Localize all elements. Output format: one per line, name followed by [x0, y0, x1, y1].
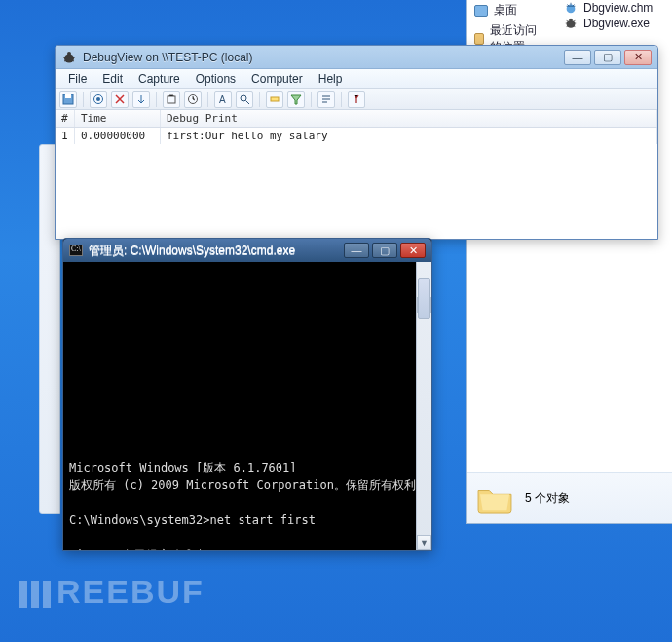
scrollbar[interactable]: ▲ ▼ — [416, 262, 431, 550]
capture-toggle-button[interactable] — [90, 91, 107, 108]
freebuf-watermark: REEBUF — [19, 573, 205, 611]
cmd-icon — [69, 245, 83, 256]
cmd-console[interactable]: Microsoft Windows [版本 6.1.7601] 版权所有 (c)… — [63, 262, 431, 550]
svg-rect-6 — [65, 94, 71, 98]
folder-icon — [476, 483, 513, 514]
svg-rect-9 — [168, 96, 175, 103]
svg-point-2 — [569, 19, 573, 22]
recent-icon — [474, 33, 484, 45]
grid-body[interactable]: 1 0.00000000 first:Our hello my salary — [56, 128, 657, 143]
svg-text:A: A — [219, 94, 226, 105]
scroll-thumb[interactable] — [418, 278, 430, 319]
menu-computer[interactable]: Computer — [244, 70, 310, 88]
scroll-down-button[interactable]: ▼ — [417, 535, 431, 550]
debugview-menubar: File Edit Capture Options Computer Help — [56, 69, 657, 89]
status-text: 5 个对象 — [525, 490, 570, 507]
watermark-text: REEBUF — [56, 573, 205, 610]
nav-item-desktop[interactable]: 桌面 — [467, 0, 552, 20]
separator — [83, 92, 84, 107]
svg-point-4 — [67, 52, 71, 56]
maximize-button[interactable]: ▢ — [372, 243, 397, 258]
chm-icon — [564, 1, 578, 15]
debugview-window: DebugView on \\TEST-PC (local) — ▢ ✕ Fil… — [55, 45, 658, 240]
menu-options[interactable]: Options — [189, 70, 243, 88]
console-line: First 服务已经启动成功。 — [69, 548, 216, 550]
menu-help[interactable]: Help — [312, 70, 350, 88]
file-name: Dbgview.chm — [583, 1, 653, 15]
svg-point-12 — [241, 95, 246, 101]
time-format-button[interactable] — [184, 91, 202, 108]
menu-capture[interactable]: Capture — [131, 70, 187, 88]
find-button[interactable] — [236, 91, 253, 108]
menu-file[interactable]: File — [61, 70, 93, 88]
minimize-button[interactable]: — — [344, 243, 369, 258]
separator — [341, 92, 342, 107]
debugview-app-icon — [61, 50, 77, 65]
console-line: C:\Windows\system32>net start first — [69, 513, 316, 527]
explorer-status-bar: 5 个对象 — [467, 472, 672, 523]
explorer-file-list: Dbgview.chm Dbgview.exe — [564, 0, 653, 31]
save-button[interactable] — [59, 91, 77, 108]
file-item[interactable]: Dbgview.chm — [564, 0, 653, 16]
separator — [207, 92, 208, 107]
menu-edit[interactable]: Edit — [95, 70, 130, 88]
cmd-window: 管理员: C:\Windows\System32\cmd.exe — ▢ ✕ M… — [62, 238, 432, 551]
separator — [311, 92, 312, 107]
nav-label: 桌面 — [494, 2, 517, 19]
desktop-icon — [474, 5, 488, 17]
font-button[interactable]: A — [214, 91, 232, 108]
svg-rect-13 — [271, 97, 279, 101]
separator — [259, 92, 260, 107]
debugview-titlebar[interactable]: DebugView on \\TEST-PC (local) — ▢ ✕ — [56, 46, 657, 69]
close-button[interactable]: ✕ — [400, 243, 426, 258]
debugview-title: DebugView on \\TEST-PC (local) — [83, 51, 558, 64]
autoscroll-button[interactable] — [132, 91, 150, 108]
close-button[interactable]: ✕ — [624, 50, 652, 65]
cmd-title: 管理员: C:\Windows\System32\cmd.exe — [89, 243, 338, 259]
separator — [156, 92, 157, 107]
console-line: Microsoft Windows [版本 6.1.7601] — [69, 461, 297, 474]
grid-row[interactable]: 1 0.00000000 first:Our hello my salary — [56, 128, 657, 143]
file-item[interactable]: Dbgview.exe — [564, 16, 653, 31]
file-name: Dbgview.exe — [583, 17, 650, 30]
watermark-bars-icon — [19, 581, 51, 608]
history-depth-button[interactable] — [317, 91, 335, 108]
exe-bug-icon — [564, 17, 578, 30]
cell-num: 1 — [56, 128, 75, 144]
console-line: 版权所有 (c) 2009 Microsoft Corporation。保留所有… — [69, 478, 428, 492]
highlight-button[interactable] — [266, 91, 283, 108]
info-button[interactable] — [348, 91, 365, 108]
col-time[interactable]: Time — [75, 110, 161, 127]
cell-print: first:Our hello my salary — [161, 128, 657, 144]
minimize-button[interactable]: — — [564, 50, 591, 65]
col-print[interactable]: Debug Print — [161, 110, 657, 127]
col-num[interactable]: # — [56, 110, 75, 127]
cell-time: 0.00000000 — [75, 128, 161, 144]
debugview-toolbar: A — [56, 89, 657, 110]
clear-button[interactable] — [163, 91, 180, 108]
maximize-button[interactable]: ▢ — [594, 50, 621, 65]
svg-point-8 — [96, 97, 100, 101]
filter-button[interactable] — [287, 91, 305, 108]
grid-header: # Time Debug Print — [56, 110, 657, 128]
capture-kernel-button[interactable] — [111, 91, 129, 108]
cmd-titlebar[interactable]: 管理员: C:\Windows\System32\cmd.exe — ▢ ✕ — [63, 239, 431, 262]
